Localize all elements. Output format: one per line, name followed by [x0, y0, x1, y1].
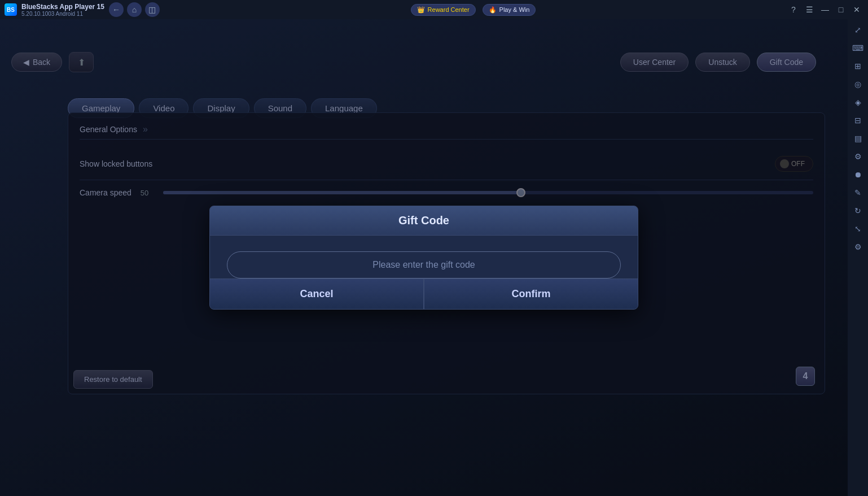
crown-icon: 👑 — [417, 6, 425, 14]
nav-history-button[interactable]: ◫ — [145, 2, 160, 17]
right-sidebar: ⤢ ⌨ ⊞ ◎ ◈ ⊟ ▤ ⚙ ⏺ ✎ ↻ ⤡ ⚙ — [848, 19, 868, 496]
sidebar-camera-button[interactable]: ◎ — [849, 76, 866, 93]
close-button[interactable]: ✕ — [850, 3, 863, 16]
sidebar-settings-button[interactable]: ⚙ — [849, 148, 866, 165]
gift-code-input[interactable] — [227, 251, 621, 279]
confirm-button[interactable]: Confirm — [424, 279, 638, 309]
modal-footer: Cancel Confirm — [210, 279, 638, 309]
play-win-button[interactable]: 🔥 Play & Win — [483, 4, 536, 16]
sidebar-edit-button[interactable]: ✎ — [849, 184, 866, 201]
sidebar-record-button[interactable]: ⏺ — [849, 166, 866, 183]
app-title: BlueStacks App Player 15 — [21, 3, 104, 11]
topbar-center: 👑 Reward Center 🔥 Play & Win — [411, 4, 536, 16]
cancel-button[interactable]: Cancel — [210, 279, 424, 309]
modal-header: Gift Code — [210, 206, 638, 236]
maximize-button[interactable]: □ — [834, 3, 848, 16]
sidebar-chart-button[interactable]: ▤ — [849, 130, 866, 147]
gift-code-modal: Gift Code Cancel Confirm — [209, 206, 638, 310]
sidebar-zoom-button[interactable]: ⤡ — [849, 220, 866, 237]
sidebar-refresh-button[interactable]: ↻ — [849, 202, 866, 219]
modal-overlay: Gift Code Cancel Confirm — [0, 19, 848, 496]
sidebar-gamepad-button[interactable]: ⊞ — [849, 58, 866, 75]
confirm-label: Confirm — [512, 288, 551, 299]
topbar-right: ? ☰ — □ ✕ — [787, 3, 863, 16]
topbar-left: BS BlueStacks App Player 15 5.20.10.1003… — [5, 2, 160, 17]
app-version: 5.20.10.1003 Android 11 — [21, 11, 104, 17]
reward-center-button[interactable]: 👑 Reward Center — [411, 4, 476, 16]
fire-icon: 🔥 — [489, 6, 497, 14]
modal-body — [210, 236, 638, 279]
app-logo: BS — [5, 3, 17, 16]
play-win-label: Play & Win — [499, 6, 530, 13]
help-button[interactable]: ? — [787, 3, 800, 16]
sidebar-grid-button[interactable]: ⊟ — [849, 112, 866, 129]
topbar: BS BlueStacks App Player 15 5.20.10.1003… — [0, 0, 868, 19]
reward-center-label: Reward Center — [428, 6, 470, 13]
modal-title: Gift Code — [398, 214, 449, 227]
main-content: ◀ Back ⬆ User Center Unstuck Gift Code G… — [0, 19, 848, 496]
cancel-label: Cancel — [300, 288, 333, 299]
sidebar-keyboard-button[interactable]: ⌨ — [849, 40, 866, 56]
minimize-button[interactable]: — — [818, 3, 832, 16]
sidebar-expand-button[interactable]: ⤢ — [849, 21, 866, 38]
nav-home-button[interactable]: ⌂ — [127, 2, 142, 17]
menu-button[interactable]: ☰ — [803, 3, 816, 16]
sidebar-map-button[interactable]: ◈ — [849, 94, 866, 111]
topbar-nav: ← ⌂ ◫ — [109, 2, 160, 17]
nav-back-button[interactable]: ← — [109, 2, 124, 17]
sidebar-gear-button[interactable]: ⚙ — [849, 238, 866, 255]
